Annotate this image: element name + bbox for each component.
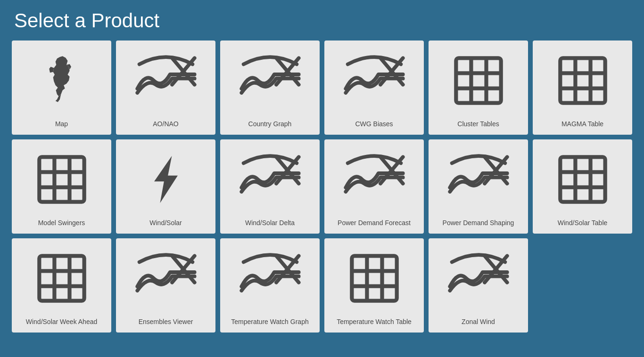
grid-icon: [537, 45, 628, 116]
product-card-power-demand-forecast[interactable]: Power Demand Forecast: [324, 139, 424, 234]
multi-line-icon: [432, 243, 524, 314]
grid-icon: [16, 243, 107, 314]
product-card-cwg-biases[interactable]: CWG Biases: [324, 41, 424, 135]
product-label-wind-solar-week-ahead: Wind/Solar Week Ahead: [26, 317, 98, 326]
product-card-country-graph[interactable]: Country Graph: [220, 41, 320, 135]
multi-line-icon: [120, 243, 212, 314]
grid-icon: [328, 243, 420, 314]
product-label-wind-solar: Wind/Solar: [149, 219, 182, 227]
product-label-power-demand-shaping: Power Demand Shaping: [443, 219, 514, 227]
product-label-ao-nao: AO/NAO: [153, 120, 178, 128]
product-card-magma-table[interactable]: MAGMA Table: [533, 41, 632, 135]
map-icon: [16, 45, 107, 116]
product-card-ao-nao[interactable]: AO/NAO: [116, 41, 215, 135]
product-label-ensembles-viewer: Ensembles Viewer: [139, 317, 193, 326]
product-card-wind-solar-week-ahead[interactable]: Wind/Solar Week Ahead: [12, 238, 111, 333]
lightning-icon: [120, 144, 212, 215]
product-card-ensembles-viewer[interactable]: Ensembles Viewer: [116, 238, 215, 333]
product-grid: Map AO/NAO Country Graph CWG Biases: [9, 41, 635, 333]
product-label-power-demand-forecast: Power Demand Forecast: [338, 219, 411, 227]
grid-icon: [16, 144, 107, 215]
grid-icon: [537, 144, 628, 215]
svg-rect-11: [560, 58, 605, 103]
svg-rect-32: [39, 256, 84, 300]
product-label-cluster-tables: Cluster Tables: [457, 120, 499, 128]
product-label-wind-solar-delta: Wind/Solar Delta: [245, 219, 295, 227]
product-card-cluster-tables[interactable]: Cluster Tables: [429, 41, 528, 135]
svg-rect-6: [456, 58, 501, 103]
product-card-temperature-watch-table[interactable]: Temperature Watch Table: [324, 238, 424, 333]
product-label-country-graph: Country Graph: [248, 120, 292, 128]
multi-line-icon: [224, 144, 316, 215]
product-label-magma-table: MAGMA Table: [561, 120, 603, 128]
multi-line-icon: [328, 144, 420, 215]
multi-line-icon: [224, 243, 316, 314]
product-label-model-swingers: Model Swingers: [38, 219, 85, 227]
product-label-zonal-wind: Zonal Wind: [462, 317, 495, 326]
multi-line-icon: [224, 45, 316, 116]
product-label-wind-solar-table: Wind/Solar Table: [558, 219, 608, 227]
page-title: Select a Product: [14, 9, 635, 32]
svg-rect-41: [352, 256, 396, 300]
product-card-temperature-watch-graph[interactable]: Temperature Watch Graph: [220, 238, 320, 333]
product-card-model-swingers[interactable]: Model Swingers: [12, 139, 111, 234]
multi-line-icon: [120, 45, 212, 116]
product-label-temperature-watch-graph: Temperature Watch Graph: [231, 317, 308, 326]
product-card-power-demand-shaping[interactable]: Power Demand Shaping: [429, 139, 528, 234]
product-card-map[interactable]: Map: [12, 41, 111, 135]
product-label-map: Map: [55, 120, 68, 128]
product-card-zonal-wind[interactable]: Zonal Wind: [429, 238, 528, 333]
product-label-temperature-watch-table: Temperature Watch Table: [337, 317, 412, 326]
svg-rect-16: [39, 157, 84, 202]
multi-line-icon: [432, 144, 524, 215]
product-card-wind-solar[interactable]: Wind/Solar: [116, 139, 215, 234]
multi-line-icon: [328, 45, 420, 116]
product-label-cwg-biases: CWG Biases: [355, 120, 393, 128]
product-card-wind-solar-table[interactable]: Wind/Solar Table: [533, 139, 632, 234]
svg-rect-27: [560, 157, 605, 202]
grid-icon: [432, 45, 524, 116]
product-card-wind-solar-delta[interactable]: Wind/Solar Delta: [220, 139, 320, 234]
